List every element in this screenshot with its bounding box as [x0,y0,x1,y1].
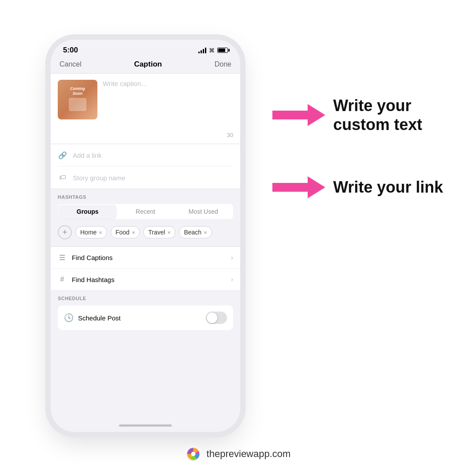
schedule-label: SCHEDULE [58,296,233,301]
caption-placeholder: Write caption... [103,80,147,87]
arrow-2-icon [272,176,325,198]
battery-icon [217,48,228,53]
thumbnail-coming-text: ComingSoon [70,86,85,96]
chip-travel-remove[interactable]: × [167,229,171,236]
phone-frame: 5:00 ⌘ Cancel Caption Done [51,40,240,432]
brand-name: thepreviewapp.com [207,448,291,460]
chip-beach-remove[interactable]: × [204,229,207,236]
link-section: 🔗 Add a link 🏷 Story group name [51,144,240,189]
post-thumbnail: ComingSoon [58,80,97,119]
chip-home[interactable]: Home × [75,226,107,238]
thumbnail-content: ComingSoon [58,80,97,119]
find-hashtags-label: Find Hashtags [72,276,115,283]
thumbnail-product-shape [69,98,86,111]
chip-home-label: Home [80,229,97,236]
signal-bar-2 [201,50,202,53]
branding: thepreviewapp.com [186,446,291,462]
find-captions-chevron: › [231,254,233,262]
annotation-2-text: Write your link [333,178,443,197]
clock-icon: 🕓 [64,313,74,323]
status-time: 5:00 [63,46,78,55]
cancel-button[interactable]: Cancel [60,60,82,68]
schedule-left: 🕓 Schedule Post [64,313,121,323]
link-icon: 🔗 [58,150,67,160]
battery-fill [218,48,225,52]
done-button[interactable]: Done [215,60,231,68]
chip-travel[interactable]: Travel × [143,226,175,238]
caption-area: ComingSoon Write caption... 30 [51,74,240,144]
add-chip-button[interactable]: + [58,225,72,239]
story-group-row[interactable]: 🏷 Story group name [58,167,233,189]
home-indicator [119,424,172,427]
chip-home-remove[interactable]: × [99,229,102,236]
tag-icon: 🏷 [58,173,67,182]
chip-food-label: Food [115,229,130,236]
story-group-placeholder: Story group name [73,174,125,182]
signal-bars-icon [198,47,206,53]
find-hashtags-row[interactable]: # Find Hashtags › [51,269,240,290]
add-link-row[interactable]: 🔗 Add a link [58,144,233,167]
toggle-knob [207,312,217,323]
chip-beach-label: Beach [184,229,201,236]
schedule-post-label: Schedule Post [78,314,121,322]
svg-marker-0 [272,104,325,126]
tab-recent[interactable]: Recent [116,205,174,218]
svg-point-4 [191,452,196,456]
nav-bar: Cancel Caption Done [51,58,240,74]
hashtag-tabs: Groups Recent Most Used [58,204,233,219]
signal-bar-1 [198,52,200,53]
add-link-placeholder: Add a link [73,152,102,159]
chip-food-remove[interactable]: × [132,229,135,236]
brand-logo [186,446,201,462]
lines-icon: ☰ [58,253,67,262]
wifi-icon: ⌘ [209,47,215,54]
signal-bar-3 [203,49,204,53]
tab-groups[interactable]: Groups [59,205,116,218]
chip-travel-label: Travel [148,229,165,236]
find-hashtags-left: # Find Hashtags [58,275,115,283]
find-captions-label: Find Captions [72,254,113,261]
nav-title: Caption [134,60,162,69]
char-count: 30 [227,132,233,138]
chip-food[interactable]: Food × [111,226,140,238]
arrow-1-icon [272,104,325,126]
find-captions-left: ☰ Find Captions [58,253,113,262]
annotation-1: Write your custom text [272,96,448,134]
chip-beach[interactable]: Beach × [179,226,212,238]
find-section: ☰ Find Captions › # Find Hashtags › [51,246,240,290]
page-wrapper: 5:00 ⌘ Cancel Caption Done [0,0,476,476]
annotation-2: Write your link [272,176,443,198]
annotation-1-text: Write your custom text [333,96,448,134]
hashtags-label: HASHTAGS [58,194,233,200]
status-bar: 5:00 ⌘ [51,40,240,58]
caption-input-area[interactable]: Write caption... [97,80,233,138]
tab-most-used[interactable]: Most Used [175,205,232,218]
schedule-toggle[interactable] [206,312,227,324]
hashtags-section: HASHTAGS Groups Recent Most Used + Home … [51,189,240,246]
hash-icon: # [58,275,67,283]
svg-marker-1 [272,176,325,198]
status-icons: ⌘ [198,47,228,54]
schedule-section: SCHEDULE 🕓 Schedule Post [51,290,240,330]
find-captions-row[interactable]: ☰ Find Captions › [51,247,240,269]
signal-bar-4 [205,48,206,53]
schedule-row: 🕓 Schedule Post [58,305,233,330]
hashtag-chips-row: + Home × Food × Travel × Beach × [58,225,233,246]
find-hashtags-chevron: › [231,275,233,283]
